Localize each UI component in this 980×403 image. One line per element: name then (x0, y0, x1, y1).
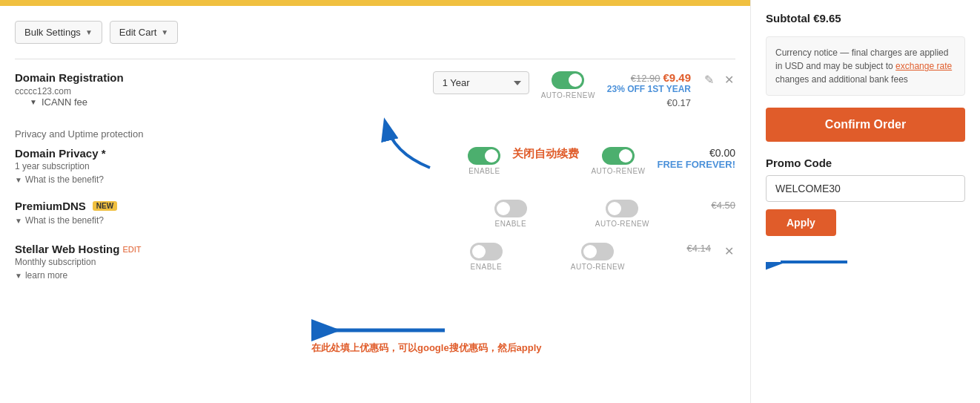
premiumdns-expand[interactable]: ▼ What is the benefit? (15, 215, 483, 226)
icann-fee-label: ICANN fee (42, 96, 87, 108)
domain-privacy-expand-label: What is the benefit? (25, 174, 104, 185)
premiumdns-expand-label: What is the benefit? (25, 215, 104, 226)
stellar-enable-label: ENABLE (471, 263, 502, 271)
premiumdns-item: PremiumDNS NEW ▼ What is the benefit? EN… (15, 200, 735, 228)
domain-privacy-price-area: €0.00 FREE FOREVER! (658, 147, 735, 170)
icann-fee-row[interactable]: ▼ ICANN fee (30, 96, 421, 108)
subtotal-value: €9.65 (813, 12, 841, 24)
toolbar: Bulk Settings ▼ Edit Cart ▼ (15, 18, 735, 44)
domain-privacy-autorenew-group: AUTO-RENEW (591, 147, 645, 175)
premiumdns-price: €4.50 (661, 200, 735, 211)
domain-privacy-price-label: FREE FOREVER! (658, 159, 735, 170)
domain-action-icons: ✎ ✕ (703, 71, 735, 88)
domain-price-discounted: €9.49 (663, 71, 691, 84)
premiumdns-autorenew-label: AUTO-RENEW (595, 220, 649, 228)
close-icon[interactable]: ✕ (723, 71, 735, 88)
edit-cart-button[interactable]: Edit Cart ▼ (110, 21, 178, 44)
stellar-hosting-item: Stellar Web Hosting EDIT Monthly subscri… (15, 243, 735, 281)
blue-arrow-right-svg (766, 243, 855, 281)
chevron-down-icon: ▼ (30, 98, 37, 106)
edit-cart-arrow-icon: ▼ (161, 28, 168, 36)
domain-privacy-item: Domain Privacy * 1 year subscription ▼ W… (15, 147, 735, 185)
privacy-section-header: Privacy and Uptime protection (15, 128, 735, 140)
promo-section: Promo Code Apply (766, 157, 965, 236)
promo-label: Promo Code (766, 157, 965, 169)
domain-privacy-subtitle: 1 year subscription (15, 161, 456, 171)
domain-privacy-enable-group: ENABLE (468, 147, 500, 175)
domain-privacy-expand[interactable]: ▼ What is the benefit? (15, 174, 456, 185)
premiumdns-title: PremiumDNS (15, 200, 86, 212)
domain-autorenew-toggle-group: AUTO-RENEW (541, 71, 595, 99)
edit-cart-label: Edit Cart (119, 27, 157, 38)
promo-input[interactable] (766, 175, 965, 202)
toolbar-divider (15, 59, 735, 59)
privacy-section: Privacy and Uptime protection Domain Pri… (15, 128, 735, 185)
domain-privacy-title: Domain Privacy * (15, 147, 456, 160)
premiumdns-badge: NEW (93, 201, 117, 211)
domain-registration-subtitle: ccccc123.com (15, 86, 421, 96)
domain-privacy-enable-label: ENABLE (469, 167, 500, 175)
icann-fee-price: €0.17 (607, 97, 691, 108)
premiumdns-price-area: €4.50 (661, 200, 735, 211)
subtotal-label: Subtotal (766, 12, 810, 24)
premiumdns-autorenew-toggle[interactable] (606, 200, 638, 217)
stellar-enable-group: ENABLE (470, 243, 503, 271)
premiumdns-enable-group: ENABLE (494, 200, 527, 228)
domain-autorenew-label: AUTO-RENEW (541, 91, 595, 99)
premiumdns-enable-slider (494, 200, 527, 217)
bulk-settings-arrow-icon: ▼ (85, 28, 93, 36)
chevron-down-icon: ▼ (15, 272, 22, 280)
stellar-autorenew-slider (581, 243, 614, 261)
premiumdns-autorenew-group: AUTO-RENEW (595, 200, 649, 228)
domain-autorenew-slider (552, 71, 584, 89)
stellar-enable-slider (470, 243, 503, 261)
bulk-settings-button[interactable]: Bulk Settings ▼ (15, 21, 102, 44)
stellar-action-icons: ✕ (723, 243, 735, 260)
domain-privacy-price: €0.00 (658, 147, 735, 159)
stellar-enable-toggle[interactable] (470, 243, 503, 261)
stellar-hosting-title: Stellar Web Hosting (15, 243, 119, 255)
chevron-down-icon: ▼ (15, 217, 22, 225)
domain-privacy-enable-toggle[interactable] (468, 147, 500, 165)
notice-text2: changes and additional bank fees (775, 74, 908, 85)
domain-discount-badge: 23% OFF 1ST YEAR (607, 84, 691, 94)
chinese-annotation-text: 关闭自动续费 (512, 147, 579, 161)
confirm-order-button[interactable]: Confirm Order (766, 108, 965, 142)
domain-privacy-autorenew-toggle[interactable] (602, 147, 635, 165)
currency-notice-box: Currency notice — final charges are appl… (766, 36, 965, 96)
stellar-price-area: €4.14 (637, 243, 711, 254)
premiumdns-autorenew-slider (606, 200, 638, 217)
stellar-autorenew-group: AUTO-RENEW (571, 243, 625, 271)
year-select[interactable]: 1 Year 2 Years (433, 71, 529, 94)
edit-icon[interactable]: ✎ (703, 71, 715, 88)
domain-registration-title: Domain Registration (15, 71, 124, 84)
domain-privacy-autorenew-label: AUTO-RENEW (591, 167, 645, 175)
premiumdns-enable-toggle[interactable] (494, 200, 527, 217)
apply-button[interactable]: Apply (766, 209, 836, 236)
domain-privacy-enable-slider (468, 147, 500, 165)
arrow-right-annotation (766, 243, 965, 281)
stellar-hosting-expand[interactable]: ▼ learn more (15, 270, 458, 281)
domain-price-area: €12.90 €9.49 23% OFF 1ST YEAR €0.17 (607, 71, 691, 108)
stellar-price: €4.14 (637, 243, 711, 254)
subtotal-row: Subtotal €9.65 (766, 12, 965, 24)
stellar-close-icon[interactable]: ✕ (723, 243, 735, 260)
domain-registration-item: Domain Registration ccccc123.com ▼ ICANN… (15, 71, 735, 114)
sidebar: Subtotal €9.65 Currency notice — final c… (750, 0, 980, 403)
stellar-hosting-expand-label: learn more (25, 270, 67, 281)
domain-privacy-autorenew-slider (602, 147, 635, 165)
premiumdns-enable-label: ENABLE (495, 220, 526, 228)
stellar-autorenew-label: AUTO-RENEW (571, 263, 625, 271)
domain-autorenew-toggle[interactable] (552, 71, 584, 89)
bulk-settings-label: Bulk Settings (24, 27, 81, 38)
domain-price-original: €12.90 (631, 73, 660, 84)
stellar-autorenew-toggle[interactable] (581, 243, 614, 261)
exchange-rate-link[interactable]: exchange rate (895, 61, 952, 71)
stellar-edit-link[interactable]: EDIT (122, 245, 141, 254)
stellar-hosting-subtitle: Monthly subscription (15, 257, 458, 267)
chevron-down-icon: ▼ (15, 176, 22, 184)
